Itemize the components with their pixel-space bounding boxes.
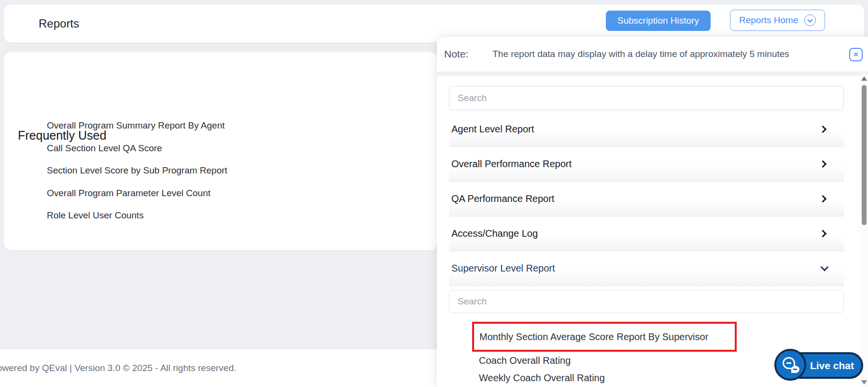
close-icon[interactable]: × xyxy=(849,48,863,61)
frequently-used-list: Overall Program Summary Report By Agent … xyxy=(47,115,227,227)
frequently-used-item[interactable]: Call Section Level QA Score xyxy=(47,137,227,160)
category-supervisor-level-report[interactable]: Supervisor Level Report xyxy=(449,251,844,286)
category-access-change-log[interactable]: Access/Change Log xyxy=(449,216,844,251)
live-chat-icon[interactable] xyxy=(774,349,806,381)
reports-home-button[interactable]: Reports Home xyxy=(730,10,825,31)
category-agent-level-report[interactable]: Agent Level Report xyxy=(449,112,844,147)
scroll-down-icon[interactable] xyxy=(861,380,867,385)
chevron-down-circle-icon xyxy=(804,14,816,26)
chat-bubble-small-icon xyxy=(791,366,799,373)
live-chat-label: Live chat xyxy=(810,360,854,372)
scrollbar[interactable] xyxy=(860,73,868,387)
category-overall-performance-report[interactable]: Overall Performance Report xyxy=(449,147,844,182)
highlight-annotation: Monthly Section Average Score Report By … xyxy=(472,322,737,352)
scrollbar-thumb[interactable] xyxy=(862,85,867,225)
chevron-down-icon xyxy=(821,263,829,271)
report-category-list: Agent Level Report Overall Performance R… xyxy=(437,86,868,387)
note-bar: Note: The report data may display with a… xyxy=(437,37,868,72)
reports-dropdown-panel: Note: The report data may display with a… xyxy=(437,37,868,387)
chevron-right-icon xyxy=(819,195,827,203)
note-message: The report data may display with a delay… xyxy=(492,49,789,59)
report-item-weekly-coach-overall-rating[interactable]: Weekly Coach Overall Rating xyxy=(479,373,605,384)
subscription-history-button[interactable]: Subscription History xyxy=(606,11,711,31)
frequently-used-item[interactable]: Section Level Score by Sub Program Repor… xyxy=(47,159,227,182)
frequently-used-card: Frequently Used Overall Program Summary … xyxy=(4,52,437,250)
report-item-coach-overall-rating[interactable]: Coach Overall Rating xyxy=(479,355,571,366)
supervisor-search-input[interactable] xyxy=(449,290,844,313)
search-input[interactable] xyxy=(449,86,844,110)
category-qa-performance-report[interactable]: QA Performance Report xyxy=(449,182,844,216)
chevron-right-icon xyxy=(819,160,827,168)
panel-divider xyxy=(437,72,868,76)
frequently-used-item[interactable]: Overall Program Summary Report By Agent xyxy=(47,115,227,137)
footer-text: owered by QEval | Version 3.0 © 2025 - A… xyxy=(0,349,236,387)
frequently-used-item[interactable]: Overall Program Parameter Level Count xyxy=(47,182,227,205)
chevron-right-icon xyxy=(819,126,827,133)
chevron-right-icon xyxy=(819,230,827,238)
reports-home-label: Reports Home xyxy=(739,15,798,26)
scroll-up-icon[interactable] xyxy=(861,76,867,81)
page-title: Reports xyxy=(39,5,79,43)
note-label: Note: xyxy=(444,48,468,60)
report-item-monthly-section-average[interactable]: Monthly Section Average Score Report By … xyxy=(479,331,708,343)
frequently-used-item[interactable]: Role Level User Counts xyxy=(47,204,227,227)
